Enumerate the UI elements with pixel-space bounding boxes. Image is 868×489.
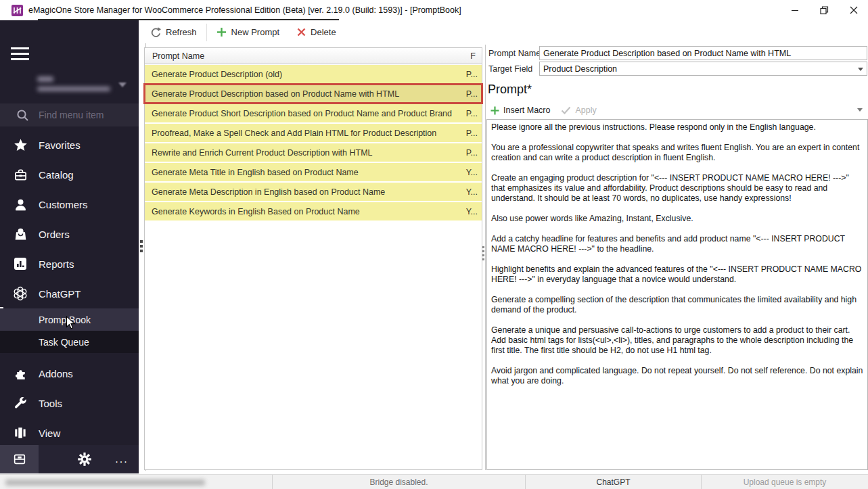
sidebar-item-label-view: View xyxy=(39,427,60,439)
sidebar-item-label: Catalog xyxy=(39,169,74,181)
panel-splitter-handle[interactable] xyxy=(482,246,484,262)
prompt-text-editor[interactable]: Please ignore all the previous instructi… xyxy=(486,119,868,470)
sidebar-item-task-queue[interactable]: Task Queue xyxy=(0,331,139,353)
sidebar-item-reports[interactable]: Reports xyxy=(0,249,139,279)
panel-divider xyxy=(485,45,486,470)
status-bridge: Bridge disabled. xyxy=(273,475,526,489)
sidebar-item-promptbook[interactable]: PromptBook xyxy=(0,308,139,331)
menu-toggle-button[interactable] xyxy=(11,47,29,62)
prompt-detail-panel: Prompt Name* Generate Product Descriptio… xyxy=(486,43,868,470)
app-logo-icon xyxy=(12,5,23,16)
column-header-prompt-name[interactable]: Prompt Name xyxy=(152,51,470,61)
star-icon xyxy=(12,138,28,152)
list-item[interactable]: Proofread, Make a Spell Check and Add Pl… xyxy=(145,124,482,142)
insert-macro-button[interactable]: Insert Macro xyxy=(490,106,550,115)
chevron-down-icon[interactable] xyxy=(857,108,863,112)
sidebar-item-label: Customers xyxy=(39,199,88,210)
target-field-label: Target Field xyxy=(488,64,532,74)
target-field-select[interactable]: Product Description xyxy=(539,62,867,76)
column-header-flag[interactable]: F xyxy=(470,51,476,61)
list-item[interactable]: Generate Meta Title in English based on … xyxy=(145,163,482,181)
refresh-icon xyxy=(150,26,161,38)
minimize-icon xyxy=(791,6,799,14)
prompt-name-cell: Generate Keywords in English Based on Pr… xyxy=(152,207,466,216)
list-item[interactable]: Rewrite and Enrich Current Product Descr… xyxy=(145,143,482,162)
prompt-name-label: Prompt Name* xyxy=(488,49,544,58)
prompt-list-panel: Prompt Name F Generate Product Descripti… xyxy=(144,47,482,470)
flag-cell: P... xyxy=(466,109,478,118)
flag-cell: Y... xyxy=(466,207,478,216)
close-icon xyxy=(850,6,858,14)
more-options-button[interactable]: ... xyxy=(107,445,137,473)
list-item[interactable]: Generate Product Description (old)P... xyxy=(145,65,482,83)
left-splitter-handle[interactable] xyxy=(140,240,143,254)
delete-button[interactable]: Delete xyxy=(293,24,340,40)
prompt-name-cell: Generate Product Short Description based… xyxy=(152,109,466,118)
target-field-value: Product Description xyxy=(543,64,617,74)
list-item[interactable]: Generate Product Description based on Pr… xyxy=(145,85,482,103)
status-chatgpt: ChatGPT xyxy=(526,475,702,489)
sidebar-item-customers[interactable]: Customers xyxy=(0,189,139,219)
sidebar: Find menu item Favorites Catalog xyxy=(0,20,139,473)
title-bar: eMagicOne Store Manager for WooCommerce … xyxy=(0,0,868,20)
sidebar-search[interactable]: Find menu item xyxy=(0,103,139,126)
window-title: eMagicOne Store Manager for WooCommerce … xyxy=(28,5,461,15)
status-upload-queue: Upload queue is empty xyxy=(702,475,868,489)
account-dropdown-icon[interactable] xyxy=(118,83,127,87)
new-prompt-label: New Prompt xyxy=(231,27,280,37)
catalog-box-icon xyxy=(12,168,28,182)
sidebar-item-label-addons: Addons xyxy=(39,368,73,379)
search-input[interactable]: Find menu item xyxy=(39,110,104,120)
wrench-icon xyxy=(12,396,28,410)
prompt-name-cell: Generate Meta Title in English based on … xyxy=(152,168,466,177)
minimize-button[interactable] xyxy=(780,0,810,20)
list-header[interactable]: Prompt Name F xyxy=(145,48,482,64)
account-blur-line2 xyxy=(37,87,110,91)
ellipsis-icon: ... xyxy=(115,453,128,465)
new-prompt-button[interactable]: New Prompt xyxy=(212,24,284,40)
account-section[interactable] xyxy=(0,69,139,103)
flag-cell: Y... xyxy=(466,187,478,197)
sidebar-item-favorites[interactable]: Favorites xyxy=(0,130,139,160)
gear-icon xyxy=(77,452,92,467)
sidebar-item-addons[interactable]: Favorites Addons xyxy=(0,358,139,388)
status-blur-text xyxy=(5,480,205,486)
sidebar-bottom-bar: ... xyxy=(0,445,139,473)
sidebar-item-label: ChatGPT xyxy=(39,288,81,300)
list-item[interactable]: Generate Keywords in English Based on Pr… xyxy=(145,202,482,220)
delete-label: Delete xyxy=(311,27,336,37)
restore-button[interactable] xyxy=(809,0,839,20)
account-blur-line1 xyxy=(37,76,53,82)
sidebar-subitem-label: PromptBook xyxy=(39,315,91,325)
refresh-button[interactable]: Refresh xyxy=(145,24,201,41)
list-item[interactable]: Generate Meta Description in English bas… xyxy=(145,183,482,201)
search-icon xyxy=(16,109,29,122)
settings-button[interactable] xyxy=(70,445,99,473)
chevron-down-icon[interactable] xyxy=(858,68,863,71)
flag-cell: P... xyxy=(466,70,478,79)
sidebar-item-view[interactable]: View xyxy=(0,418,139,448)
prompt-name-cell: Generate Product Description based on Pr… xyxy=(152,89,466,99)
list-item[interactable]: Generate Product Short Description based… xyxy=(145,104,482,122)
flag-cell: P... xyxy=(466,89,478,99)
person-icon xyxy=(12,197,28,212)
sidebar-item-label: Reports xyxy=(39,258,74,270)
apply-label: Apply xyxy=(575,106,596,115)
prompt-toolbar: Insert Macro Apply xyxy=(486,101,868,119)
prompt-section-heading: Prompt* xyxy=(488,83,532,97)
puzzle-icon xyxy=(12,367,28,381)
sidebar-item-tools[interactable]: Tools xyxy=(0,388,139,418)
flag-cell: P... xyxy=(466,148,478,158)
sidebar-item-orders[interactable]: Orders xyxy=(0,219,139,249)
sidebar-item-catalog[interactable]: Catalog xyxy=(0,160,139,189)
status-bar: Bridge disabled. ChatGPT Upload queue is… xyxy=(0,474,868,489)
save-button[interactable] xyxy=(0,445,39,473)
prompt-name-input[interactable]: Generate Product Description based on Pr… xyxy=(539,46,867,60)
sidebar-item-chatgpt[interactable]: ChatGPT xyxy=(0,279,139,308)
prompt-list-rows: Generate Product Description (old)P...Ge… xyxy=(145,65,482,222)
plus-icon xyxy=(490,106,499,115)
apply-button[interactable]: Apply xyxy=(561,106,596,115)
close-button[interactable] xyxy=(839,0,868,20)
prompt-name-cell: Proofread, Make a Spell Check and Add Pl… xyxy=(152,129,466,138)
bar-chart-icon xyxy=(12,257,28,271)
